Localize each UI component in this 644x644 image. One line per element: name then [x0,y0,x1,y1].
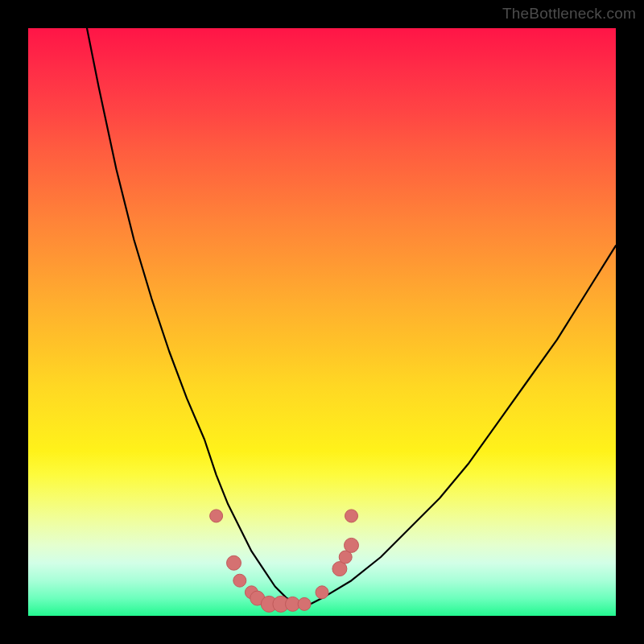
watermark-label: TheBottleneck.com [502,5,636,23]
marker-dot [233,574,246,587]
marker-dot [227,555,242,570]
marker-dot [316,586,328,599]
plot-area [28,28,616,616]
marker-group [210,510,359,613]
marker-dot [298,597,311,610]
marker-dot [345,538,359,552]
marker-dot [345,510,358,522]
bottleneck-curve [28,28,616,616]
chart-frame: TheBottleneck.com [0,0,644,644]
marker-dot [210,510,223,522]
